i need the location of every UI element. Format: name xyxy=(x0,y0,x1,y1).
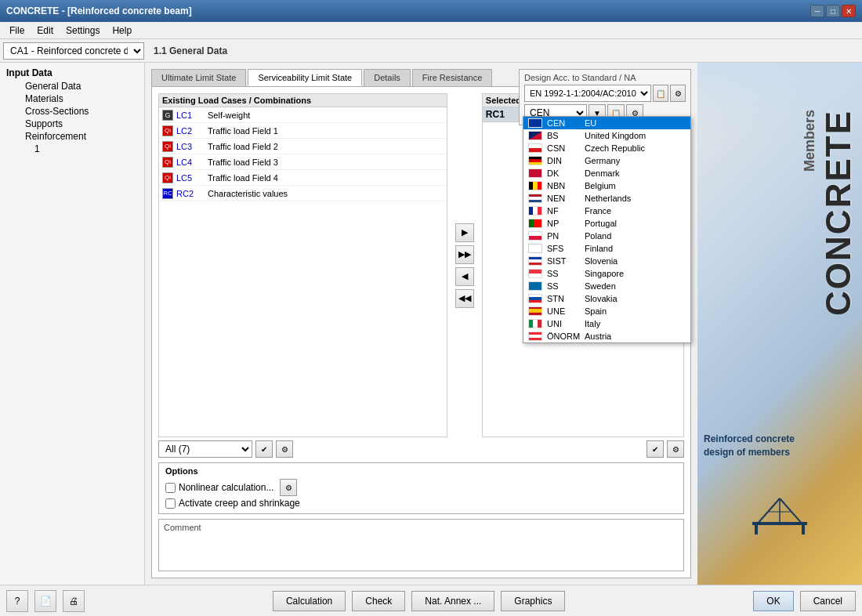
dropdown-item-nen[interactable]: NEN Netherlands xyxy=(523,192,690,205)
sidebar-item-supports[interactable]: Supports xyxy=(0,118,144,130)
dropdown-item-ss-sg[interactable]: SS Singapore xyxy=(523,267,690,280)
load-bottom-row: All (7) ✔ ⚙ ✔ ⚙ xyxy=(158,440,684,458)
flag-se xyxy=(528,281,542,291)
dropdown-item-nbn[interactable]: NBN Belgium xyxy=(523,179,690,192)
dropdown-item-csn[interactable]: CSN Czech Republic xyxy=(523,142,690,154)
dropdown-item-sfs[interactable]: SFS Finland xyxy=(523,242,690,255)
nonlinear-settings-btn[interactable]: ⚙ xyxy=(280,479,297,496)
nonlinear-label: Nonlinear calculation... xyxy=(179,482,273,493)
nat-annex-button[interactable]: Nat. Annex ... xyxy=(411,591,494,611)
case-dropdown[interactable]: CA1 - Reinforced concrete desi... xyxy=(3,42,144,60)
comment-textarea[interactable] xyxy=(164,534,679,565)
rc2-desc: Characteristic values xyxy=(208,189,444,198)
checkbox-creep: Activate creep and shrinkage xyxy=(165,498,677,509)
dropdown-item-sist[interactable]: SIST Slovenia xyxy=(523,255,690,267)
menu-item-edit[interactable]: Edit xyxy=(31,24,60,38)
sidebar-item-general-data[interactable]: General Data xyxy=(0,80,144,92)
toolbar: CA1 - Reinforced concrete desi... 1.1 Ge… xyxy=(0,39,862,63)
dropdown-item-bs[interactable]: BS United Kingdom xyxy=(523,129,690,142)
dropdown-item-np[interactable]: NP Portugal xyxy=(523,217,690,230)
standard-select[interactable]: EN 1992-1-1:2004/AC:2010 xyxy=(524,85,651,102)
minimize-button[interactable]: ─ xyxy=(810,5,824,17)
list-item[interactable]: Qi LC5 Traffic load Field 4 xyxy=(159,170,447,186)
list-item[interactable]: Qi LC4 Traffic load Field 3 xyxy=(159,154,447,170)
dropdown-item-ss-se[interactable]: SS Sweden xyxy=(523,280,690,292)
flag-sk xyxy=(528,294,542,303)
maximize-button[interactable]: □ xyxy=(826,5,840,17)
copy-button[interactable]: 📋 xyxy=(653,85,668,102)
svg-rect-5 xyxy=(755,525,758,534)
existing-load-panel: Existing Load Cases / Combinations G LC1… xyxy=(158,93,447,437)
move-all-left-button[interactable]: ◀◀ xyxy=(455,289,474,308)
settings-button[interactable]: ⚙ xyxy=(670,85,686,102)
input-data-header: Input Data xyxy=(0,66,144,80)
options-section: Options Nonlinear calculation... ⚙ Activ… xyxy=(158,462,684,514)
list-item[interactable]: G LC1 Self-weight xyxy=(159,107,447,123)
print-button[interactable]: 🖨 xyxy=(63,590,85,612)
members-text: Members xyxy=(802,110,818,172)
move-left-button[interactable]: ◀ xyxy=(455,267,474,286)
tab-ultimate-limit-state[interactable]: Ultimate Limit State xyxy=(151,69,246,86)
list-item[interactable]: Qi LC2 Traffic load Field 1 xyxy=(159,123,447,139)
dropdown-item-onorm[interactable]: ÖNORM Austria xyxy=(523,330,690,342)
lc4-badge: Qi xyxy=(162,157,173,168)
menu-item-file[interactable]: File xyxy=(3,24,31,38)
creep-checkbox[interactable] xyxy=(165,498,176,509)
ok-button[interactable]: OK xyxy=(753,591,793,611)
tab-details[interactable]: Details xyxy=(364,69,411,86)
graphics-button[interactable]: Graphics xyxy=(501,591,565,611)
dropdown-item-pn[interactable]: PN Poland xyxy=(523,230,690,242)
sidebar-item-cross-sections[interactable]: Cross-Sections xyxy=(0,105,144,118)
lc2-badge: Qi xyxy=(162,125,173,136)
sidebar-item-materials[interactable]: Materials xyxy=(0,92,144,105)
dropdown-item-nf[interactable]: NF France xyxy=(523,205,690,217)
menu-item-help[interactable]: Help xyxy=(106,24,138,38)
dropdown-item-une[interactable]: UNE Spain xyxy=(523,305,690,317)
dropdown-item-stn[interactable]: STN Slovakia xyxy=(523,292,690,305)
lc2-desc: Traffic load Field 1 xyxy=(208,126,444,136)
lc3-badge: Qi xyxy=(162,141,173,152)
main-container: Input Data General Data Materials Cross-… xyxy=(0,63,862,585)
flag-de xyxy=(528,156,542,165)
lc1-desc: Self-weight xyxy=(208,111,444,120)
tab-fire-resistance[interactable]: Fire Resistance xyxy=(412,69,492,86)
sidebar-item-reinforcement[interactable]: Reinforcement xyxy=(0,130,144,143)
flag-fi xyxy=(528,244,542,253)
cancel-button[interactable]: Cancel xyxy=(800,591,856,611)
dropdown-item-cen[interactable]: CEN EU xyxy=(523,117,690,129)
help-button[interactable]: ? xyxy=(6,590,28,612)
flag-uk xyxy=(528,131,542,140)
sidebar-item-reinforcement-1[interactable]: 1 xyxy=(0,143,144,155)
arrow-panel: ▶ ▶▶ ◀ ◀◀ xyxy=(454,93,476,437)
filter-select[interactable]: All (7) xyxy=(158,440,252,458)
list-item[interactable]: Qi LC3 Traffic load Field 2 xyxy=(159,139,447,154)
design-standard-label: Design Acc. to Standard / NA xyxy=(524,73,686,82)
close-button[interactable]: ✕ xyxy=(842,5,856,17)
filter-settings-btn[interactable]: ⚙ xyxy=(276,440,293,458)
lc4-code: LC4 xyxy=(176,158,205,167)
filter-check-btn[interactable]: ✔ xyxy=(255,440,273,458)
dropdown-item-uni[interactable]: UNI Italy xyxy=(523,317,690,330)
dropdown-item-dk[interactable]: DK Denmark xyxy=(523,167,690,179)
selected-check-btn[interactable]: ✔ xyxy=(646,440,664,458)
checkbox-nonlinear: Nonlinear calculation... ⚙ xyxy=(165,479,677,496)
move-all-right-button[interactable]: ▶▶ xyxy=(455,245,474,264)
dropdown-item-din[interactable]: DIN Germany xyxy=(523,154,690,167)
lc1-code: LC1 xyxy=(176,111,205,120)
list-item[interactable]: RC RC2 Characteristic values xyxy=(159,186,447,201)
calculation-button[interactable]: Calculation xyxy=(273,591,346,611)
lc5-desc: Traffic load Field 4 xyxy=(208,173,444,183)
move-right-button[interactable]: ▶ xyxy=(455,223,474,242)
document-button[interactable]: 📄 xyxy=(34,590,56,612)
standard-dropdown-overlay: CEN EU BS United Kingdom CSN Czech Repub… xyxy=(523,116,691,343)
flag-si xyxy=(528,256,542,266)
check-button[interactable]: Check xyxy=(352,591,405,611)
menu-item-settings[interactable]: Settings xyxy=(60,24,106,38)
flag-pt xyxy=(528,219,542,228)
tab-serviceability[interactable]: Serviceability Limit State xyxy=(248,69,362,86)
nonlinear-checkbox[interactable] xyxy=(165,483,176,493)
options-label: Options xyxy=(165,466,677,476)
selected-settings-btn[interactable]: ⚙ xyxy=(667,440,684,458)
comment-label: Comment xyxy=(164,523,679,532)
bridge-icon xyxy=(748,491,811,538)
